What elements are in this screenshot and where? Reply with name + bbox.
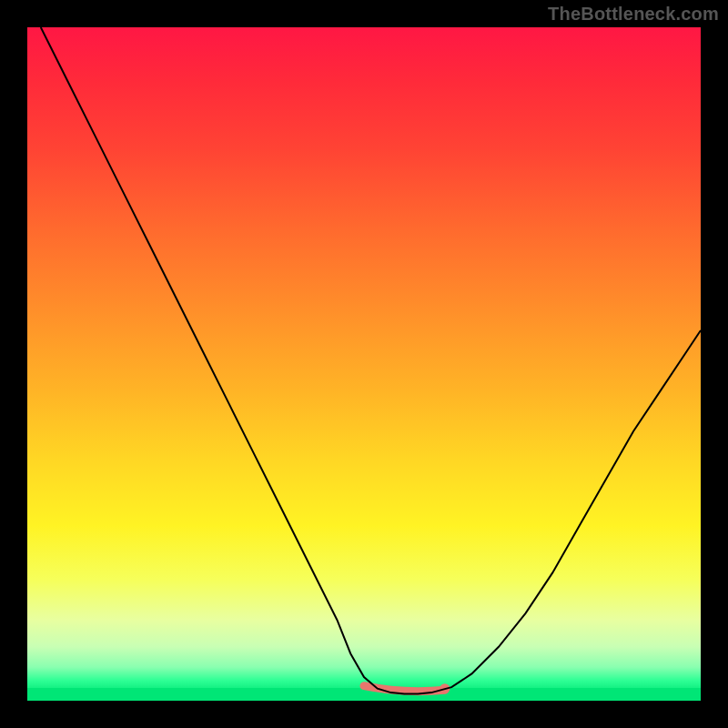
curve-svg	[27, 27, 701, 701]
chart-frame: TheBottleneck.com	[0, 0, 728, 728]
plot-area	[27, 27, 701, 701]
watermark-text: TheBottleneck.com	[548, 4, 719, 25]
bottleneck-curve	[41, 27, 701, 694]
